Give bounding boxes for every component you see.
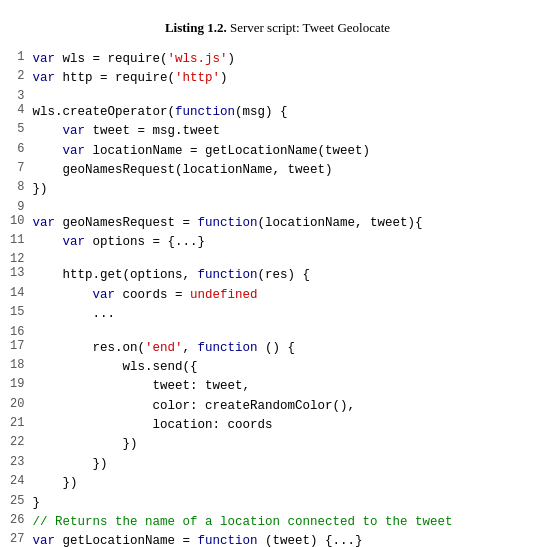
line-number: 8 (10, 180, 32, 199)
code-token: var (62, 124, 85, 138)
line-number: 3 (10, 89, 32, 103)
code-token: (res) { (257, 268, 310, 282)
listing-desc-text: Server script: Tweet Geolocate (230, 20, 390, 35)
line-number: 11 (10, 233, 32, 252)
code-block: 1var wls = require('wls.js')2var http = … (10, 50, 545, 547)
code-token: , (182, 341, 197, 355)
code-token: http = require( (55, 71, 175, 85)
code-token: location: coords (32, 418, 272, 432)
code-line: 2var http = require('http') (10, 69, 545, 88)
code-token: }) (32, 437, 137, 451)
line-content: var tweet = msg.tweet (32, 122, 545, 141)
code-token: // Returns the name of a location connec… (32, 515, 452, 529)
line-content: }) (32, 455, 545, 474)
code-token: var (32, 216, 55, 230)
line-number: 1 (10, 50, 32, 69)
code-token: var (62, 235, 85, 249)
code-token: var (62, 144, 85, 158)
code-token: coords = (115, 288, 190, 302)
code-line: 3 (10, 89, 545, 103)
code-line: 16 (10, 325, 545, 339)
code-line: 20 color: createRandomColor(), (10, 397, 545, 416)
code-line: 17 res.on('end', function () { (10, 339, 545, 358)
code-token: color: createRandomColor(), (32, 399, 355, 413)
line-content: http.get(options, function(res) { (32, 266, 545, 285)
line-number: 27 (10, 532, 32, 547)
line-number: 7 (10, 161, 32, 180)
line-number: 25 (10, 494, 32, 513)
code-line: 10var geoNamesRequest = function(locatio… (10, 214, 545, 233)
line-content: // Returns the name of a location connec… (32, 513, 545, 532)
line-content: var getLocationName = function (tweet) {… (32, 532, 545, 547)
code-token: ) (220, 71, 228, 85)
code-line: 7 geoNamesRequest(locationName, tweet) (10, 161, 545, 180)
line-content: }) (32, 435, 545, 454)
code-line: 26// Returns the name of a location conn… (10, 513, 545, 532)
line-number: 22 (10, 435, 32, 454)
code-token: }) (32, 457, 107, 471)
line-content: wls.send({ (32, 358, 545, 377)
line-content (32, 200, 545, 214)
code-line: 18 wls.send({ (10, 358, 545, 377)
code-token: getLocationName = (55, 534, 198, 547)
line-content: }) (32, 180, 545, 199)
code-line: 24 }) (10, 474, 545, 493)
code-token: var (32, 71, 55, 85)
code-token: function (197, 534, 257, 547)
line-number: 14 (10, 286, 32, 305)
code-token: geoNamesRequest(locationName, tweet) (32, 163, 332, 177)
line-content: geoNamesRequest(locationName, tweet) (32, 161, 545, 180)
line-number: 10 (10, 214, 32, 233)
line-number: 9 (10, 200, 32, 214)
line-number: 13 (10, 266, 32, 285)
code-line: 19 tweet: tweet, (10, 377, 545, 396)
listing-title: Listing 1.2. Server script: Tweet Geoloc… (10, 20, 545, 36)
line-content: }) (32, 474, 545, 493)
line-number: 4 (10, 103, 32, 122)
code-line: 23 }) (10, 455, 545, 474)
code-token: locationName = getLocationName(tweet) (85, 144, 370, 158)
code-token: wls.send({ (32, 360, 197, 374)
line-number: 2 (10, 69, 32, 88)
code-token: ... (32, 307, 115, 321)
line-content: location: coords (32, 416, 545, 435)
line-number: 17 (10, 339, 32, 358)
code-line: 14 var coords = undefined (10, 286, 545, 305)
code-token: function (197, 341, 257, 355)
line-number: 24 (10, 474, 32, 493)
code-token: wls = require( (55, 52, 168, 66)
code-token: (tweet) {...} (257, 534, 362, 547)
line-number: 23 (10, 455, 32, 474)
line-content: var coords = undefined (32, 286, 545, 305)
code-line: 6 var locationName = getLocationName(twe… (10, 142, 545, 161)
code-token (32, 144, 62, 158)
code-token: ) (227, 52, 235, 66)
line-number: 19 (10, 377, 32, 396)
code-token: function (175, 105, 235, 119)
line-content: res.on('end', function () { (32, 339, 545, 358)
line-number: 16 (10, 325, 32, 339)
code-token: tweet = msg.tweet (85, 124, 220, 138)
code-token: () { (257, 341, 295, 355)
line-content: ... (32, 305, 545, 324)
line-content: wls.createOperator(function(msg) { (32, 103, 545, 122)
line-content: tweet: tweet, (32, 377, 545, 396)
code-line: 8}) (10, 180, 545, 199)
line-content: color: createRandomColor(), (32, 397, 545, 416)
line-content: var options = {...} (32, 233, 545, 252)
code-token: 'http' (175, 71, 220, 85)
code-line: 11 var options = {...} (10, 233, 545, 252)
line-number: 21 (10, 416, 32, 435)
line-number: 6 (10, 142, 32, 161)
code-line: 5 var tweet = msg.tweet (10, 122, 545, 141)
code-line: 22 }) (10, 435, 545, 454)
code-token: var (32, 534, 55, 547)
code-token: var (92, 288, 115, 302)
code-token: (msg) { (235, 105, 288, 119)
code-line: 1var wls = require('wls.js') (10, 50, 545, 69)
code-token: }) (32, 476, 77, 490)
code-line: 21 location: coords (10, 416, 545, 435)
code-token (32, 288, 92, 302)
line-content (32, 325, 545, 339)
line-number: 12 (10, 252, 32, 266)
